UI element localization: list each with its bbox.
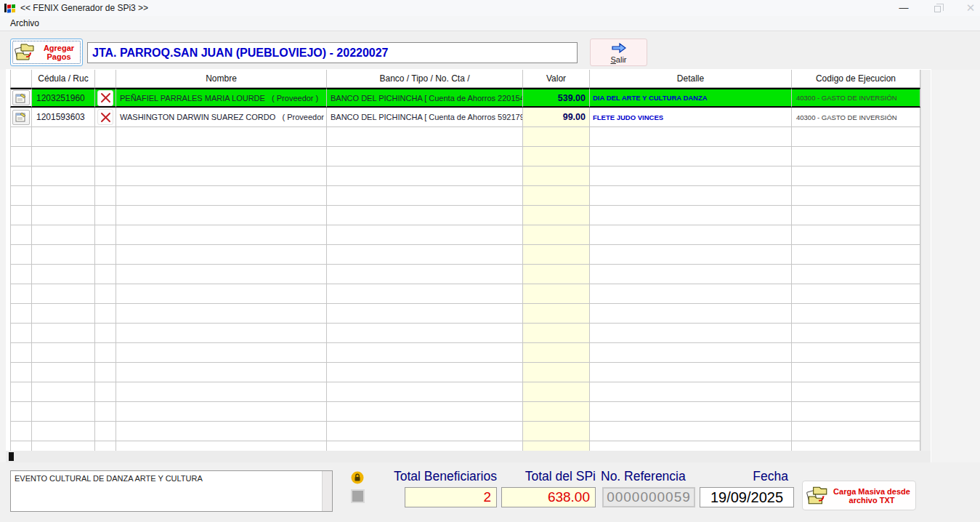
valor-cell (523, 265, 590, 284)
close-button[interactable]: ✕ (954, 0, 980, 16)
table-row[interactable]: 1203251960PEÑAFIEL PARRALES MARIA LOURDE… (10, 88, 920, 108)
edit-cell (10, 441, 32, 451)
empty-table-row (10, 363, 920, 382)
delete-cell (95, 441, 116, 451)
banco-cell (327, 304, 523, 324)
cedula-cell (32, 225, 95, 245)
footer-bar: Total Beneficiarios 2 Total del SPi 638.… (0, 462, 980, 522)
edit-cell (10, 108, 32, 127)
nombre-cell: PEÑAFIEL PARRALES MARIA LOURDE ( Proveed… (116, 88, 327, 108)
codigo-cell (792, 304, 920, 324)
nombre-cell (116, 284, 327, 304)
delete-cell (95, 363, 116, 382)
header-banco: Banco / Tipo / No. Cta / (327, 70, 523, 88)
nombre-cell (116, 422, 327, 441)
detalle-cell (590, 402, 792, 422)
edit-cell (10, 88, 32, 108)
empty-table-row (10, 284, 920, 304)
codigo-cell (792, 284, 920, 304)
payments-table: Cédula / Ruc Nombre Banco / Tipo / No. C… (10, 70, 920, 451)
salir-button[interactable]: Salir (590, 39, 647, 66)
horizontal-scrollbar-thumb[interactable] (9, 452, 14, 461)
edit-cell (10, 225, 32, 245)
edit-cell (10, 206, 32, 225)
table-header-row: Cédula / Ruc Nombre Banco / Tipo / No. C… (10, 70, 920, 88)
codigo-cell (792, 186, 920, 206)
edit-cell (10, 166, 32, 186)
cedula-cell: 1203251960 (32, 88, 95, 108)
table-row[interactable]: 1201593603WASHINGTON DARWIN SUAREZ CORDO… (10, 108, 920, 127)
delete-row-button[interactable] (97, 109, 113, 125)
codigo-cell (792, 441, 920, 451)
detalle-cell (590, 186, 792, 206)
delete-cell (95, 166, 116, 186)
minimize-button[interactable]: — (887, 0, 920, 16)
banco-cell (327, 441, 523, 451)
empty-table-row (10, 245, 920, 265)
codigo-cell: 40300 - GASTO DE INVERSIÓN (792, 88, 920, 108)
table-vertical-scrollbar[interactable] (920, 70, 931, 451)
total-spi-value: 638.00 (501, 487, 596, 507)
edit-row-button[interactable] (12, 90, 30, 105)
header-detalle: Detalle (590, 70, 792, 88)
cedula-cell (32, 304, 95, 324)
codigo-cell (792, 382, 920, 402)
delete-cell (95, 108, 116, 127)
banco-cell (327, 127, 523, 147)
valor-cell: 539.00 (523, 88, 590, 108)
banco-cell (327, 422, 523, 441)
edit-cell (10, 402, 32, 422)
entity-name-input[interactable] (87, 42, 578, 63)
delete-row-button[interactable] (97, 90, 113, 106)
edit-cell (10, 363, 32, 382)
delete-cell (95, 245, 116, 265)
cedula-cell (32, 147, 95, 166)
banco-cell (327, 147, 523, 166)
edit-cell (10, 324, 32, 343)
delete-cell (95, 206, 116, 225)
no-referencia-value: 0000000059 (602, 487, 695, 507)
menu-archivo[interactable]: Archivo (7, 17, 42, 29)
banco-cell (327, 206, 523, 225)
banco-cell (327, 343, 523, 363)
delete-cell (95, 422, 116, 441)
detalle-cell (590, 147, 792, 166)
nombre-cell (116, 225, 327, 245)
cedula-cell (32, 186, 95, 206)
restore-button[interactable] (920, 0, 954, 16)
edit-cell (10, 382, 32, 402)
valor-cell (523, 382, 590, 402)
lock-icon (351, 471, 364, 484)
cedula-cell (32, 363, 95, 382)
delete-cell (95, 343, 116, 363)
textarea-scrollbar[interactable] (322, 471, 332, 511)
valor-cell (523, 422, 590, 441)
fecha-value[interactable]: 19/09/2025 (700, 487, 794, 507)
valor-cell (523, 225, 590, 245)
nombre-cell (116, 206, 327, 225)
carga-masiva-button[interactable]: Carga Masiva desde archivo TXT (802, 481, 916, 510)
detalle-cell (590, 265, 792, 284)
codigo-cell (792, 147, 920, 166)
valor-cell (523, 304, 590, 324)
codigo-cell (792, 245, 920, 265)
status-square[interactable] (351, 489, 365, 503)
detalle-cell (590, 284, 792, 304)
table-horizontal-scrollbar[interactable] (6, 451, 931, 462)
delete-cell (95, 324, 116, 343)
cedula-cell: 1201593603 (32, 108, 95, 127)
agregar-pagos-button[interactable]: Agregar Pagos (10, 39, 83, 66)
valor-cell (523, 127, 590, 147)
total-beneficiarios-value: 2 (405, 487, 497, 507)
nombre-cell: WASHINGTON DARWIN SUAREZ CORDO ( Proveed… (116, 108, 327, 127)
edit-row-button[interactable] (12, 110, 30, 125)
edit-cell (10, 284, 32, 304)
nombre-cell (116, 441, 327, 451)
nombre-cell (116, 265, 327, 284)
detalle-general-textarea[interactable] (10, 470, 333, 512)
delete-cell (95, 402, 116, 422)
toolbar: Agregar Pagos Salir (0, 31, 980, 70)
empty-table-row (10, 206, 920, 225)
add-payments-folder-icon (14, 42, 36, 63)
nombre-cell (116, 304, 327, 324)
